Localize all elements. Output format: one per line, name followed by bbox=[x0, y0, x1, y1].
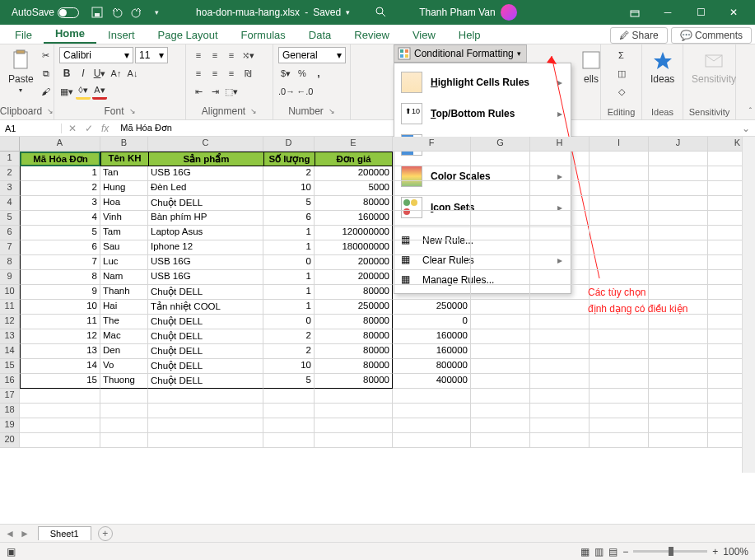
cell[interactable]: 7 bbox=[20, 255, 100, 270]
cell[interactable] bbox=[263, 404, 315, 418]
cell[interactable]: Nam bbox=[100, 270, 148, 285]
cell[interactable] bbox=[471, 300, 530, 315]
cell[interactable]: Laptop Asus bbox=[148, 226, 263, 240]
cell[interactable] bbox=[590, 166, 649, 181]
merge-icon[interactable]: ⬚▾ bbox=[224, 83, 239, 100]
col-header[interactable]: E bbox=[315, 137, 393, 152]
tab-formulas[interactable]: Formulas bbox=[230, 26, 297, 44]
cell[interactable] bbox=[590, 211, 649, 226]
cell[interactable] bbox=[590, 196, 649, 211]
cell[interactable] bbox=[471, 270, 530, 285]
tab-file[interactable]: File bbox=[3, 26, 44, 44]
cell[interactable]: Thuong bbox=[100, 374, 148, 389]
cell[interactable]: 80000 bbox=[315, 344, 393, 359]
cell[interactable] bbox=[590, 226, 649, 240]
row-header[interactable]: 19 bbox=[0, 418, 20, 433]
cell[interactable] bbox=[393, 152, 471, 166]
cell[interactable] bbox=[530, 374, 590, 389]
cell[interactable] bbox=[471, 389, 530, 404]
italic-button[interactable]: I bbox=[76, 65, 91, 82]
row-header[interactable]: 15 bbox=[0, 359, 20, 374]
cell[interactable] bbox=[530, 359, 590, 374]
cell[interactable] bbox=[393, 285, 471, 300]
cell[interactable] bbox=[530, 240, 590, 255]
tab-pagelayout[interactable]: Page Layout bbox=[147, 26, 230, 44]
cell[interactable]: 400000 bbox=[393, 374, 471, 389]
cell[interactable] bbox=[649, 181, 708, 196]
cell[interactable] bbox=[148, 418, 263, 433]
row-header[interactable]: 14 bbox=[0, 344, 20, 359]
cell[interactable]: Sản phẩm bbox=[148, 152, 263, 166]
cell[interactable]: The bbox=[100, 315, 148, 329]
cell[interactable] bbox=[530, 270, 590, 285]
borders-icon[interactable]: ▦▾ bbox=[59, 83, 74, 100]
align-bot-icon[interactable]: ≡ bbox=[224, 47, 239, 63]
cell[interactable] bbox=[530, 226, 590, 240]
copy-icon[interactable]: ⧉ bbox=[39, 65, 54, 82]
cell[interactable]: 5 bbox=[263, 374, 315, 389]
cell[interactable]: Tên KH bbox=[100, 152, 148, 166]
cell[interactable]: 0 bbox=[263, 315, 315, 329]
cell[interactable] bbox=[530, 211, 590, 226]
cell[interactable]: Den bbox=[100, 344, 148, 359]
cell[interactable]: 80000 bbox=[315, 374, 393, 389]
cell[interactable]: 6 bbox=[263, 211, 315, 226]
col-header[interactable]: I bbox=[590, 137, 649, 152]
cell[interactable] bbox=[315, 404, 393, 418]
tab-help[interactable]: Help bbox=[447, 26, 492, 44]
comma-icon[interactable]: , bbox=[311, 65, 326, 82]
cell[interactable] bbox=[530, 255, 590, 270]
cell[interactable] bbox=[471, 418, 530, 433]
cell[interactable] bbox=[315, 433, 393, 448]
cell[interactable]: 0 bbox=[393, 315, 471, 329]
normal-view-icon[interactable]: ▦ bbox=[580, 546, 590, 558]
tab-data[interactable]: Data bbox=[297, 26, 343, 44]
cell[interactable]: USB 16G bbox=[148, 166, 263, 181]
undo-icon[interactable] bbox=[110, 6, 124, 19]
cell[interactable] bbox=[393, 270, 471, 285]
cell[interactable]: Đơn giá bbox=[315, 152, 393, 166]
tab-home[interactable]: Home bbox=[44, 24, 96, 44]
cell[interactable] bbox=[530, 404, 590, 418]
select-all-corner[interactable] bbox=[0, 137, 20, 152]
col-header[interactable]: G bbox=[471, 137, 530, 152]
increase-decimal-icon[interactable]: .0→ bbox=[278, 83, 295, 100]
close-icon[interactable]: ✕ bbox=[717, 0, 750, 25]
cell[interactable] bbox=[393, 211, 471, 226]
row-header[interactable]: 11 bbox=[0, 300, 20, 315]
tab-insert[interactable]: Insert bbox=[96, 26, 147, 44]
fx-icon[interactable]: fx bbox=[101, 123, 109, 134]
row-header[interactable]: 4 bbox=[0, 196, 20, 211]
clear-icon[interactable]: ◇ bbox=[614, 83, 629, 100]
cell[interactable]: USB 16G bbox=[148, 270, 263, 285]
chevron-down-icon[interactable]: ▾ bbox=[346, 8, 350, 16]
orientation-icon[interactable]: ⤭▾ bbox=[240, 47, 255, 63]
cell[interactable] bbox=[263, 389, 315, 404]
cell[interactable]: 1 bbox=[263, 240, 315, 255]
cell[interactable] bbox=[148, 404, 263, 418]
clipboard-launcher-icon[interactable]: ↘ bbox=[47, 107, 54, 115]
cell[interactable] bbox=[393, 404, 471, 418]
cell[interactable]: Luc bbox=[100, 255, 148, 270]
col-header[interactable]: H bbox=[530, 137, 590, 152]
cell[interactable]: Chuột DELL bbox=[148, 344, 263, 359]
cell[interactable] bbox=[20, 418, 100, 433]
cell[interactable]: Tam bbox=[100, 226, 148, 240]
tab-view[interactable]: View bbox=[401, 26, 447, 44]
cell[interactable] bbox=[100, 433, 148, 448]
cell[interactable] bbox=[20, 433, 100, 448]
zoom-level[interactable]: 100% bbox=[723, 546, 748, 558]
cell[interactable] bbox=[530, 285, 590, 300]
sum-icon[interactable]: Σ bbox=[614, 47, 629, 63]
cell[interactable] bbox=[471, 196, 530, 211]
ribbon-display-icon[interactable] bbox=[618, 0, 651, 25]
format-painter-icon[interactable]: 🖌 bbox=[39, 83, 54, 100]
cell[interactable]: 160000 bbox=[315, 211, 393, 226]
cell[interactable] bbox=[649, 166, 708, 181]
cell[interactable]: 14 bbox=[20, 359, 100, 374]
cell[interactable] bbox=[393, 433, 471, 448]
cell[interactable]: 15 bbox=[20, 374, 100, 389]
avatar[interactable] bbox=[501, 4, 517, 21]
cell[interactable]: 4 bbox=[20, 211, 100, 226]
cell[interactable] bbox=[530, 152, 590, 166]
